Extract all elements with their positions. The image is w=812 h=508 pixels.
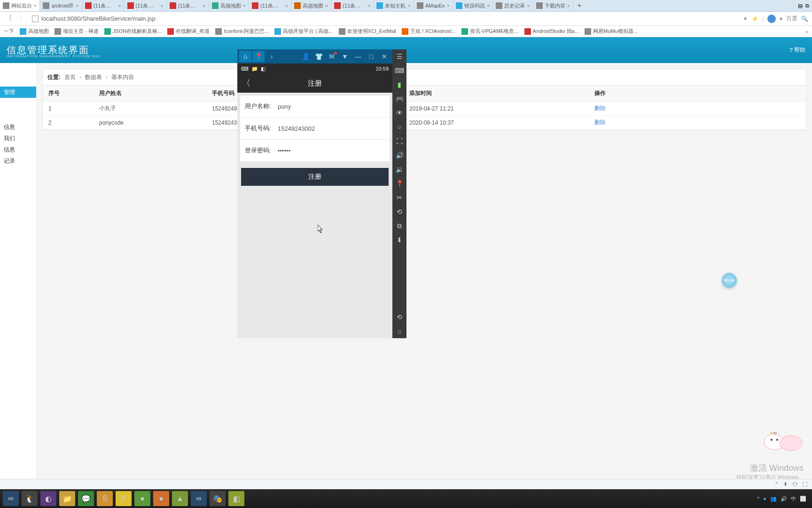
username-field[interactable]: 用户名称: pony [240,95,390,117]
close-icon[interactable]: × [567,3,570,8]
sidebar-item-record[interactable]: 记录 [0,155,36,167]
taskbar-app[interactable]: ∞ [191,491,207,506]
tray-icon[interactable]: 🔊 [781,496,787,502]
taskbar-app[interactable]: ◐ [40,491,56,506]
browser-tab[interactable]: (11条消息× [167,0,209,11]
close-icon[interactable]: × [487,3,490,8]
close-icon[interactable]: × [285,3,288,8]
tab-list-icon[interactable]: ▤ [798,3,803,9]
close-icon[interactable]: × [446,3,449,8]
chevron-up-icon[interactable]: ⌃ [774,481,779,487]
tray-chevron-icon[interactable]: ^ [757,496,759,501]
sidebar-item-info[interactable]: 信息 [0,121,36,133]
window-icon[interactable]: ⧉ [805,3,809,9]
browser-tab[interactable]: android开× [40,0,82,11]
dropdown-icon[interactable]: ▼ [339,51,351,62]
browser-tab[interactable]: 高德地图× [209,0,249,11]
password-field[interactable]: 登录密码: •••••• [240,140,390,161]
forward-button[interactable]: 〉 [18,14,27,24]
taskbar-app[interactable]: ▲ [172,491,188,506]
help-button[interactable]: ?帮助 [789,46,805,54]
close-icon[interactable]: × [118,3,121,8]
bookmarks-overflow-icon[interactable]: » [805,29,808,34]
location-button[interactable]: 📍 [252,51,265,62]
bookmark-item[interactable]: 资讯-VPGAME电竞... [461,28,519,35]
multi-window-icon[interactable]: ⧉ [395,222,404,230]
android-back-icon[interactable]: ⟲ [395,313,404,321]
bookmark-item[interactable]: Iconfont-阿里巴巴... [215,28,269,35]
minimize-button[interactable]: — [352,51,364,62]
sidebar-item-info2[interactable]: 信息 [0,144,36,155]
recording-timer[interactable]: 00:44 [722,273,737,288]
maximize-button[interactable]: □ [365,51,377,62]
close-icon[interactable]: × [243,3,246,8]
eye-icon[interactable]: 👁 [395,109,404,117]
circle-icon[interactable]: ○ [395,123,404,131]
fullscreen-icon[interactable]: ⛶ [395,137,404,145]
bookmark-item[interactable]: 项目主页 - 禅道 [55,28,99,35]
sidebar-item-manage[interactable]: 管理 [0,87,36,98]
bookmark-item[interactable]: 欢迎使用XCI_ExtMail [339,28,397,35]
breadcrumb-item[interactable]: 基本内容 [111,73,134,81]
browser-tab[interactable]: (11条消息× [249,0,291,11]
gamepad-icon[interactable]: 🎮 [395,95,404,103]
taskbar-app[interactable]: ◧ [228,491,244,506]
mail-icon[interactable]: ✉ [326,51,338,62]
bookmark-item[interactable]: JSON在线解析及格... [104,28,162,35]
forward-button[interactable]: › [265,51,278,62]
breadcrumb-item[interactable]: 数据表 [85,73,102,81]
tray-icon[interactable]: 👥 [770,496,777,502]
battery-icon[interactable]: ▮ [395,80,404,89]
taskbar-app[interactable]: ● [153,491,169,506]
scissors-icon[interactable]: ✂ [395,193,404,202]
download-icon[interactable]: ⬇ [783,481,788,487]
volume-down-icon[interactable]: 🔉 [395,165,404,174]
close-icon[interactable]: × [160,3,163,8]
browser-tab[interactable]: (11条消息× [331,0,374,11]
browser-tab[interactable]: 下载内容× [533,0,573,11]
search-engine-icon[interactable] [767,15,776,23]
sidebar-item-us[interactable]: 我们 [0,133,36,144]
taskbar-app[interactable]: ∞ [3,491,19,506]
browser-tab[interactable]: AMapEx× [414,0,453,11]
browser-tab[interactable]: (11条消息× [125,0,167,11]
url-box[interactable]: localhost:8080/ShareBikeService/main.jsp [32,15,738,22]
phone-field[interactable]: 手机号码: 15249243002 [240,118,390,139]
back-button[interactable]: 〈 [4,14,13,24]
browser-tab[interactable]: 网站后台× [0,0,40,11]
rotate-icon[interactable]: ⟲ [395,207,404,216]
new-tab-button[interactable]: + [573,1,585,10]
search-icon[interactable]: 🔍 [801,16,808,22]
browser-tab[interactable]: 高德地图× [291,0,331,11]
close-icon[interactable]: × [325,3,328,8]
tray-icon[interactable]: ⬜ [800,496,806,502]
site-info-icon[interactable] [32,16,39,22]
breadcrumb-item[interactable]: 首页 [64,73,76,81]
taskbar-app[interactable]: P [116,491,132,506]
home-button[interactable]: ⌂ [239,51,251,62]
close-icon[interactable]: × [527,3,530,8]
close-button[interactable]: ✕ [378,51,390,62]
delete-link[interactable]: 删除 [594,119,606,126]
browser-tab[interactable]: 错误码说× [453,0,493,11]
bookmark-item[interactable]: 高德开放平台 | 高德... [274,28,333,35]
menu-icon[interactable]: ☰ [395,52,404,61]
taskbar-app[interactable]: S [97,491,113,506]
chevron-down-icon[interactable]: ▾ [780,16,782,22]
taskbar-app[interactable]: ● [134,491,150,506]
bookmark-item[interactable]: 在线翻译_有道 [167,28,210,35]
tray-icon[interactable]: ● [763,496,766,501]
location-icon[interactable]: 📍 [395,179,404,188]
bookmark-item[interactable]: 一下 [4,28,14,35]
close-icon[interactable]: × [367,3,370,8]
taskbar-app[interactable]: 📁 [59,491,75,506]
close-icon[interactable]: × [203,3,205,8]
flash-icon[interactable]: ⚡ [751,16,758,22]
user-icon[interactable]: 👤 [299,51,312,62]
shield-icon[interactable]: 🛡 [792,482,797,487]
delete-link[interactable]: 删除 [594,105,606,111]
android-home-icon[interactable]: ⌂ [395,327,404,335]
bookmark-item[interactable]: 网易MuMu模拟器... [585,28,638,35]
keyboard-icon[interactable]: ⌨ [395,66,404,75]
close-icon[interactable]: × [407,3,410,8]
